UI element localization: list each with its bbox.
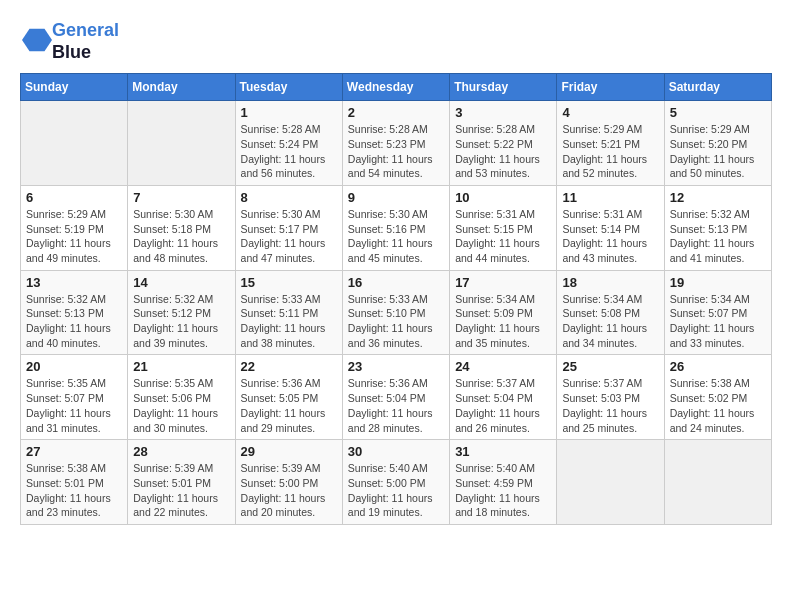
day-number: 10 <box>455 190 551 205</box>
day-number: 31 <box>455 444 551 459</box>
calendar-cell: 5Sunrise: 5:29 AM Sunset: 5:20 PM Daylig… <box>664 101 771 186</box>
calendar-table: SundayMondayTuesdayWednesdayThursdayFrid… <box>20 73 772 525</box>
day-content: Sunrise: 5:37 AM Sunset: 5:04 PM Dayligh… <box>455 376 551 435</box>
day-header-friday: Friday <box>557 74 664 101</box>
day-number: 27 <box>26 444 122 459</box>
day-content: Sunrise: 5:32 AM Sunset: 5:13 PM Dayligh… <box>670 207 766 266</box>
calendar-week-3: 13Sunrise: 5:32 AM Sunset: 5:13 PM Dayli… <box>21 270 772 355</box>
calendar-cell: 30Sunrise: 5:40 AM Sunset: 5:00 PM Dayli… <box>342 440 449 525</box>
day-header-sunday: Sunday <box>21 74 128 101</box>
day-number: 12 <box>670 190 766 205</box>
day-content: Sunrise: 5:30 AM Sunset: 5:17 PM Dayligh… <box>241 207 337 266</box>
day-content: Sunrise: 5:33 AM Sunset: 5:10 PM Dayligh… <box>348 292 444 351</box>
day-number: 18 <box>562 275 658 290</box>
logo-icon <box>22 25 52 55</box>
day-content: Sunrise: 5:28 AM Sunset: 5:24 PM Dayligh… <box>241 122 337 181</box>
day-header-saturday: Saturday <box>664 74 771 101</box>
day-content: Sunrise: 5:38 AM Sunset: 5:02 PM Dayligh… <box>670 376 766 435</box>
day-number: 29 <box>241 444 337 459</box>
day-number: 6 <box>26 190 122 205</box>
day-number: 5 <box>670 105 766 120</box>
day-number: 21 <box>133 359 229 374</box>
day-content: Sunrise: 5:28 AM Sunset: 5:23 PM Dayligh… <box>348 122 444 181</box>
day-content: Sunrise: 5:28 AM Sunset: 5:22 PM Dayligh… <box>455 122 551 181</box>
day-content: Sunrise: 5:34 AM Sunset: 5:09 PM Dayligh… <box>455 292 551 351</box>
day-number: 24 <box>455 359 551 374</box>
day-number: 7 <box>133 190 229 205</box>
day-number: 22 <box>241 359 337 374</box>
day-content: Sunrise: 5:31 AM Sunset: 5:14 PM Dayligh… <box>562 207 658 266</box>
day-number: 1 <box>241 105 337 120</box>
day-header-thursday: Thursday <box>450 74 557 101</box>
day-number: 4 <box>562 105 658 120</box>
day-content: Sunrise: 5:31 AM Sunset: 5:15 PM Dayligh… <box>455 207 551 266</box>
day-content: Sunrise: 5:36 AM Sunset: 5:04 PM Dayligh… <box>348 376 444 435</box>
logo: General Blue <box>20 20 119 63</box>
calendar-cell: 21Sunrise: 5:35 AM Sunset: 5:06 PM Dayli… <box>128 355 235 440</box>
calendar-week-5: 27Sunrise: 5:38 AM Sunset: 5:01 PM Dayli… <box>21 440 772 525</box>
calendar-week-1: 1Sunrise: 5:28 AM Sunset: 5:24 PM Daylig… <box>21 101 772 186</box>
calendar-cell: 14Sunrise: 5:32 AM Sunset: 5:12 PM Dayli… <box>128 270 235 355</box>
calendar-cell: 11Sunrise: 5:31 AM Sunset: 5:14 PM Dayli… <box>557 185 664 270</box>
day-content: Sunrise: 5:40 AM Sunset: 4:59 PM Dayligh… <box>455 461 551 520</box>
calendar-cell <box>128 101 235 186</box>
day-content: Sunrise: 5:38 AM Sunset: 5:01 PM Dayligh… <box>26 461 122 520</box>
day-content: Sunrise: 5:35 AM Sunset: 5:07 PM Dayligh… <box>26 376 122 435</box>
day-number: 16 <box>348 275 444 290</box>
day-content: Sunrise: 5:32 AM Sunset: 5:13 PM Dayligh… <box>26 292 122 351</box>
calendar-cell: 22Sunrise: 5:36 AM Sunset: 5:05 PM Dayli… <box>235 355 342 440</box>
calendar-cell: 24Sunrise: 5:37 AM Sunset: 5:04 PM Dayli… <box>450 355 557 440</box>
calendar-cell: 4Sunrise: 5:29 AM Sunset: 5:21 PM Daylig… <box>557 101 664 186</box>
day-content: Sunrise: 5:29 AM Sunset: 5:20 PM Dayligh… <box>670 122 766 181</box>
svg-marker-0 <box>22 28 52 51</box>
day-content: Sunrise: 5:36 AM Sunset: 5:05 PM Dayligh… <box>241 376 337 435</box>
day-number: 26 <box>670 359 766 374</box>
calendar-cell: 18Sunrise: 5:34 AM Sunset: 5:08 PM Dayli… <box>557 270 664 355</box>
calendar-cell: 12Sunrise: 5:32 AM Sunset: 5:13 PM Dayli… <box>664 185 771 270</box>
day-number: 23 <box>348 359 444 374</box>
calendar-cell: 6Sunrise: 5:29 AM Sunset: 5:19 PM Daylig… <box>21 185 128 270</box>
day-number: 14 <box>133 275 229 290</box>
day-content: Sunrise: 5:37 AM Sunset: 5:03 PM Dayligh… <box>562 376 658 435</box>
calendar-week-4: 20Sunrise: 5:35 AM Sunset: 5:07 PM Dayli… <box>21 355 772 440</box>
day-number: 13 <box>26 275 122 290</box>
calendar-cell: 17Sunrise: 5:34 AM Sunset: 5:09 PM Dayli… <box>450 270 557 355</box>
day-number: 2 <box>348 105 444 120</box>
day-content: Sunrise: 5:34 AM Sunset: 5:08 PM Dayligh… <box>562 292 658 351</box>
calendar-cell: 19Sunrise: 5:34 AM Sunset: 5:07 PM Dayli… <box>664 270 771 355</box>
day-header-wednesday: Wednesday <box>342 74 449 101</box>
day-number: 3 <box>455 105 551 120</box>
calendar-cell: 28Sunrise: 5:39 AM Sunset: 5:01 PM Dayli… <box>128 440 235 525</box>
calendar-cell: 13Sunrise: 5:32 AM Sunset: 5:13 PM Dayli… <box>21 270 128 355</box>
day-number: 8 <box>241 190 337 205</box>
day-number: 30 <box>348 444 444 459</box>
day-content: Sunrise: 5:35 AM Sunset: 5:06 PM Dayligh… <box>133 376 229 435</box>
calendar-cell: 27Sunrise: 5:38 AM Sunset: 5:01 PM Dayli… <box>21 440 128 525</box>
day-number: 15 <box>241 275 337 290</box>
calendar-cell <box>557 440 664 525</box>
day-number: 28 <box>133 444 229 459</box>
calendar-cell <box>21 101 128 186</box>
calendar-cell: 26Sunrise: 5:38 AM Sunset: 5:02 PM Dayli… <box>664 355 771 440</box>
calendar-cell: 3Sunrise: 5:28 AM Sunset: 5:22 PM Daylig… <box>450 101 557 186</box>
day-content: Sunrise: 5:39 AM Sunset: 5:01 PM Dayligh… <box>133 461 229 520</box>
calendar-cell: 7Sunrise: 5:30 AM Sunset: 5:18 PM Daylig… <box>128 185 235 270</box>
calendar-cell: 16Sunrise: 5:33 AM Sunset: 5:10 PM Dayli… <box>342 270 449 355</box>
day-content: Sunrise: 5:40 AM Sunset: 5:00 PM Dayligh… <box>348 461 444 520</box>
day-number: 9 <box>348 190 444 205</box>
day-number: 11 <box>562 190 658 205</box>
day-content: Sunrise: 5:30 AM Sunset: 5:18 PM Dayligh… <box>133 207 229 266</box>
day-content: Sunrise: 5:30 AM Sunset: 5:16 PM Dayligh… <box>348 207 444 266</box>
page-header: General Blue <box>20 20 772 63</box>
calendar-cell: 9Sunrise: 5:30 AM Sunset: 5:16 PM Daylig… <box>342 185 449 270</box>
calendar-cell: 23Sunrise: 5:36 AM Sunset: 5:04 PM Dayli… <box>342 355 449 440</box>
calendar-cell: 1Sunrise: 5:28 AM Sunset: 5:24 PM Daylig… <box>235 101 342 186</box>
calendar-cell: 31Sunrise: 5:40 AM Sunset: 4:59 PM Dayli… <box>450 440 557 525</box>
calendar-cell: 29Sunrise: 5:39 AM Sunset: 5:00 PM Dayli… <box>235 440 342 525</box>
day-header-tuesday: Tuesday <box>235 74 342 101</box>
calendar-header: SundayMondayTuesdayWednesdayThursdayFrid… <box>21 74 772 101</box>
day-content: Sunrise: 5:33 AM Sunset: 5:11 PM Dayligh… <box>241 292 337 351</box>
day-number: 20 <box>26 359 122 374</box>
calendar-cell: 8Sunrise: 5:30 AM Sunset: 5:17 PM Daylig… <box>235 185 342 270</box>
calendar-cell: 20Sunrise: 5:35 AM Sunset: 5:07 PM Dayli… <box>21 355 128 440</box>
